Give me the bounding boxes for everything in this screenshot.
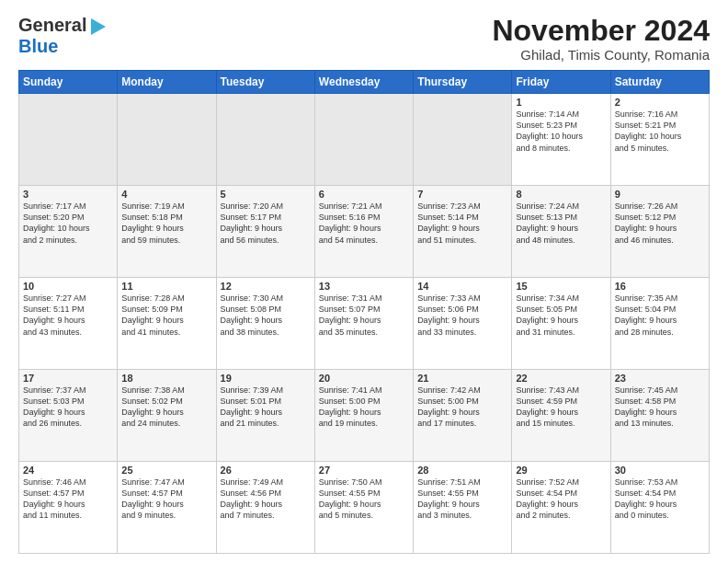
calendar-day-cell <box>314 94 413 186</box>
calendar-day-header: Tuesday <box>216 71 314 94</box>
calendar-table: SundayMondayTuesdayWednesdayThursdayFrid… <box>18 70 710 554</box>
calendar-day-cell: 19Sunrise: 7:39 AM Sunset: 5:01 PM Dayli… <box>216 370 314 462</box>
calendar-day-cell: 17Sunrise: 7:37 AM Sunset: 5:03 PM Dayli… <box>19 370 118 462</box>
logo-general-text: General <box>18 15 86 36</box>
day-number: 2 <box>615 97 705 108</box>
day-number: 8 <box>516 189 606 200</box>
day-info: Sunrise: 7:43 AM Sunset: 4:59 PM Dayligh… <box>516 385 606 430</box>
day-info: Sunrise: 7:50 AM Sunset: 4:55 PM Dayligh… <box>319 477 409 522</box>
day-number: 7 <box>417 189 507 200</box>
day-info: Sunrise: 7:24 AM Sunset: 5:13 PM Dayligh… <box>516 201 606 246</box>
day-info: Sunrise: 7:53 AM Sunset: 4:54 PM Dayligh… <box>615 477 705 522</box>
day-number: 19 <box>221 373 311 384</box>
calendar-day-cell: 7Sunrise: 7:23 AM Sunset: 5:14 PM Daylig… <box>414 186 512 278</box>
calendar-subtitle: Ghilad, Timis County, Romania <box>492 47 710 63</box>
day-number: 22 <box>516 373 606 384</box>
day-info: Sunrise: 7:16 AM Sunset: 5:21 PM Dayligh… <box>615 109 705 154</box>
calendar-day-cell: 4Sunrise: 7:19 AM Sunset: 5:18 PM Daylig… <box>118 186 216 278</box>
calendar-day-cell: 29Sunrise: 7:52 AM Sunset: 4:54 PM Dayli… <box>512 462 610 554</box>
day-number: 27 <box>319 465 409 476</box>
day-number: 18 <box>121 373 211 384</box>
day-number: 17 <box>23 373 113 384</box>
day-info: Sunrise: 7:34 AM Sunset: 5:05 PM Dayligh… <box>516 293 606 338</box>
day-number: 20 <box>319 373 409 384</box>
day-number: 16 <box>615 281 705 292</box>
day-info: Sunrise: 7:28 AM Sunset: 5:09 PM Dayligh… <box>121 293 211 338</box>
calendar-day-cell: 26Sunrise: 7:49 AM Sunset: 4:56 PM Dayli… <box>216 462 314 554</box>
calendar-day-header: Sunday <box>19 71 118 94</box>
day-number: 6 <box>319 189 409 200</box>
day-number: 23 <box>615 373 705 384</box>
calendar-day-cell: 24Sunrise: 7:46 AM Sunset: 4:57 PM Dayli… <box>19 462 118 554</box>
day-info: Sunrise: 7:38 AM Sunset: 5:02 PM Dayligh… <box>121 385 211 430</box>
calendar-day-header: Friday <box>512 71 610 94</box>
calendar-day-cell: 16Sunrise: 7:35 AM Sunset: 5:04 PM Dayli… <box>610 278 709 370</box>
calendar-day-cell <box>216 94 314 186</box>
calendar-week-row: 1Sunrise: 7:14 AM Sunset: 5:23 PM Daylig… <box>19 94 710 186</box>
calendar-day-cell: 9Sunrise: 7:26 AM Sunset: 5:12 PM Daylig… <box>610 186 709 278</box>
day-info: Sunrise: 7:47 AM Sunset: 4:57 PM Dayligh… <box>121 477 211 522</box>
calendar-day-cell: 28Sunrise: 7:51 AM Sunset: 4:55 PM Dayli… <box>414 462 512 554</box>
calendar-day-header: Thursday <box>414 71 512 94</box>
day-number: 9 <box>615 189 705 200</box>
day-info: Sunrise: 7:35 AM Sunset: 5:04 PM Dayligh… <box>615 293 705 338</box>
day-number: 1 <box>516 97 606 108</box>
day-info: Sunrise: 7:14 AM Sunset: 5:23 PM Dayligh… <box>516 109 606 154</box>
day-number: 12 <box>221 281 311 292</box>
calendar-day-cell <box>19 94 118 186</box>
day-info: Sunrise: 7:27 AM Sunset: 5:11 PM Dayligh… <box>23 293 113 338</box>
day-info: Sunrise: 7:45 AM Sunset: 4:58 PM Dayligh… <box>615 385 705 430</box>
day-info: Sunrise: 7:20 AM Sunset: 5:17 PM Dayligh… <box>221 201 311 246</box>
page: General Blue November 2024 Ghilad, Timis… <box>0 0 728 563</box>
day-number: 13 <box>319 281 409 292</box>
day-number: 10 <box>23 281 113 292</box>
calendar-day-cell: 1Sunrise: 7:14 AM Sunset: 5:23 PM Daylig… <box>512 94 610 186</box>
day-number: 5 <box>221 189 311 200</box>
calendar-day-cell: 2Sunrise: 7:16 AM Sunset: 5:21 PM Daylig… <box>610 94 709 186</box>
calendar-day-cell: 20Sunrise: 7:41 AM Sunset: 5:00 PM Dayli… <box>314 370 413 462</box>
day-number: 26 <box>221 465 311 476</box>
calendar-day-cell: 10Sunrise: 7:27 AM Sunset: 5:11 PM Dayli… <box>19 278 118 370</box>
calendar-day-cell <box>414 94 512 186</box>
day-number: 24 <box>23 465 113 476</box>
day-number: 14 <box>417 281 507 292</box>
day-info: Sunrise: 7:17 AM Sunset: 5:20 PM Dayligh… <box>23 201 113 246</box>
calendar-day-cell: 23Sunrise: 7:45 AM Sunset: 4:58 PM Dayli… <box>610 370 709 462</box>
calendar-week-row: 24Sunrise: 7:46 AM Sunset: 4:57 PM Dayli… <box>19 462 710 554</box>
calendar-day-cell: 27Sunrise: 7:50 AM Sunset: 4:55 PM Dayli… <box>314 462 413 554</box>
day-info: Sunrise: 7:23 AM Sunset: 5:14 PM Dayligh… <box>417 201 507 246</box>
logo: General Blue <box>18 15 106 57</box>
day-number: 29 <box>516 465 606 476</box>
day-number: 3 <box>23 189 113 200</box>
day-number: 4 <box>121 189 211 200</box>
day-info: Sunrise: 7:41 AM Sunset: 5:00 PM Dayligh… <box>319 385 409 430</box>
calendar-week-row: 10Sunrise: 7:27 AM Sunset: 5:11 PM Dayli… <box>19 278 710 370</box>
calendar-week-row: 3Sunrise: 7:17 AM Sunset: 5:20 PM Daylig… <box>19 186 710 278</box>
header: General Blue November 2024 Ghilad, Timis… <box>18 15 710 63</box>
day-number: 30 <box>615 465 705 476</box>
title-block: November 2024 Ghilad, Timis County, Roma… <box>492 15 710 63</box>
day-info: Sunrise: 7:49 AM Sunset: 4:56 PM Dayligh… <box>221 477 311 522</box>
day-info: Sunrise: 7:31 AM Sunset: 5:07 PM Dayligh… <box>319 293 409 338</box>
calendar-day-cell: 5Sunrise: 7:20 AM Sunset: 5:17 PM Daylig… <box>216 186 314 278</box>
day-info: Sunrise: 7:21 AM Sunset: 5:16 PM Dayligh… <box>319 201 409 246</box>
day-info: Sunrise: 7:19 AM Sunset: 5:18 PM Dayligh… <box>121 201 211 246</box>
day-info: Sunrise: 7:52 AM Sunset: 4:54 PM Dayligh… <box>516 477 606 522</box>
logo-arrow-icon <box>91 18 106 35</box>
calendar-day-cell: 30Sunrise: 7:53 AM Sunset: 4:54 PM Dayli… <box>610 462 709 554</box>
calendar-day-header: Wednesday <box>314 71 413 94</box>
calendar-day-header: Monday <box>118 71 216 94</box>
calendar-day-cell: 18Sunrise: 7:38 AM Sunset: 5:02 PM Dayli… <box>118 370 216 462</box>
logo-blue-text: Blue <box>18 36 58 56</box>
calendar-day-cell: 14Sunrise: 7:33 AM Sunset: 5:06 PM Dayli… <box>414 278 512 370</box>
day-info: Sunrise: 7:46 AM Sunset: 4:57 PM Dayligh… <box>23 477 113 522</box>
calendar-day-cell: 22Sunrise: 7:43 AM Sunset: 4:59 PM Dayli… <box>512 370 610 462</box>
day-info: Sunrise: 7:30 AM Sunset: 5:08 PM Dayligh… <box>221 293 311 338</box>
calendar-day-cell: 12Sunrise: 7:30 AM Sunset: 5:08 PM Dayli… <box>216 278 314 370</box>
calendar-day-cell: 8Sunrise: 7:24 AM Sunset: 5:13 PM Daylig… <box>512 186 610 278</box>
day-info: Sunrise: 7:37 AM Sunset: 5:03 PM Dayligh… <box>23 385 113 430</box>
calendar-day-cell: 3Sunrise: 7:17 AM Sunset: 5:20 PM Daylig… <box>19 186 118 278</box>
calendar-day-cell: 21Sunrise: 7:42 AM Sunset: 5:00 PM Dayli… <box>414 370 512 462</box>
day-info: Sunrise: 7:39 AM Sunset: 5:01 PM Dayligh… <box>221 385 311 430</box>
calendar-day-cell: 15Sunrise: 7:34 AM Sunset: 5:05 PM Dayli… <box>512 278 610 370</box>
